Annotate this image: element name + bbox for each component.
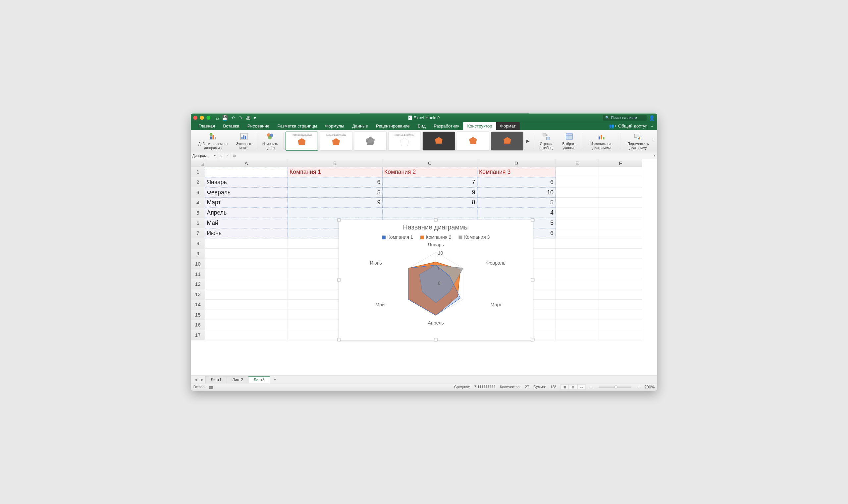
namebox-dropdown-icon[interactable]: ▼ [214,154,216,157]
cell-C4[interactable]: 8 [383,198,477,208]
cell-E6[interactable] [555,218,599,228]
view-normal-button[interactable]: ▦ [561,384,569,390]
cell-D1[interactable]: Компания 3 [477,167,555,177]
col-header-E[interactable]: E [555,159,599,167]
sheet-tab-2[interactable]: Лист2 [227,376,248,383]
home-icon[interactable]: ⌂ [216,115,219,121]
move-chart-button[interactable]: Переместить диаграмму [622,131,654,151]
chart-title[interactable]: Название диаграммы [339,220,533,231]
row-header-1[interactable]: 1 [191,167,205,177]
cell-E7[interactable] [555,228,599,238]
tab-developer[interactable]: Разработчик [430,122,463,130]
sheet-tab-1[interactable]: Лист1 [205,376,227,383]
zoom-out-button[interactable]: − [590,385,592,390]
minimize-button[interactable] [200,116,204,120]
row-header-6[interactable]: 6 [191,218,205,228]
row-header-16[interactable]: 16 [191,320,205,330]
undo-icon[interactable]: ↶ [231,115,235,121]
zoom-slider[interactable] [599,386,631,388]
tab-pagelayout[interactable]: Разметка страницы [273,122,321,130]
redo-icon[interactable]: ↷ [238,115,243,121]
add-sheet-button[interactable]: + [270,377,280,382]
chart-style-7[interactable] [491,131,523,150]
cell-F3[interactable] [599,187,642,198]
cell-A7[interactable]: Июнь [205,228,288,238]
row-header-10[interactable]: 10 [191,259,205,269]
view-pagebreak-button[interactable]: ▭ [577,384,585,390]
cell-D3[interactable]: 10 [477,187,555,198]
row-header-2[interactable]: 2 [191,177,205,187]
sheet-nav-next[interactable]: ▶ [199,377,205,381]
chart-object[interactable]: Название диаграммы Компания 1 Компания 2… [339,220,533,340]
row-header-8[interactable]: 8 [191,238,205,249]
resize-handle[interactable] [337,218,340,221]
zoom-in-button[interactable]: + [638,385,640,390]
chart-style-3[interactable] [354,131,387,150]
collapse-ribbon-icon[interactable]: ⌃ [652,139,655,143]
macro-record-icon[interactable]: ▯▯ [209,385,213,389]
tab-format[interactable]: Формат [496,122,520,130]
col-header-D[interactable]: D [477,159,555,167]
customize-qat-icon[interactable]: ▾ [254,115,256,121]
cell-A2[interactable]: Январь [205,177,288,187]
radar-chart[interactable]: 10 5 0 Январь Февраль Март Апрель Май Ию… [339,240,533,327]
zoom-percent[interactable]: 200% [644,385,655,390]
cell-A6[interactable]: Май [205,218,288,228]
cell-B2[interactable]: 6 [288,177,383,187]
cell-C2[interactable]: 7 [383,177,477,187]
select-data-button[interactable]: Выбрать данные [558,131,581,151]
tab-review[interactable]: Рецензирование [372,122,414,130]
cell-C5[interactable] [383,208,477,218]
cell-F2[interactable] [599,177,642,187]
cell-F1[interactable] [599,167,642,177]
col-header-A[interactable]: A [205,159,288,167]
cell-F7[interactable] [599,228,642,238]
row-header-14[interactable]: 14 [191,300,205,310]
user-icon[interactable]: 👤 [649,115,655,121]
cell-A3[interactable]: Февраль [205,187,288,198]
tab-view[interactable]: Вид [414,122,430,130]
close-button[interactable] [193,116,197,120]
cell-F6[interactable] [599,218,642,228]
change-chart-type-button[interactable]: Изменить тип диаграммы [585,131,618,151]
cell-B4[interactable]: 9 [288,198,383,208]
search-input[interactable] [611,115,644,120]
row-header-5[interactable]: 5 [191,208,205,218]
share-button[interactable]: 👥+ Общий доступ ⌄ [604,122,657,130]
accept-formula-button[interactable]: ✓ [224,152,231,159]
chart-style-6[interactable] [457,131,489,150]
resize-handle[interactable] [531,338,534,341]
tab-home[interactable]: Главная [194,122,219,130]
switch-rowcol-button[interactable]: Строка/столбец [535,131,557,151]
cell-E5[interactable] [555,208,599,218]
cell-B3[interactable]: 5 [288,187,383,198]
cell-E3[interactable] [555,187,599,198]
row-header-17[interactable]: 17 [191,330,205,340]
cell-A4[interactable]: Март [205,198,288,208]
name-box[interactable]: Диаграм... ▼ [191,152,218,159]
resize-handle[interactable] [434,338,438,341]
print-icon[interactable]: 🖶 [246,115,250,121]
cell-D5[interactable]: 4 [477,208,555,218]
save-icon[interactable]: 💾 [222,115,228,121]
row-header-7[interactable]: 7 [191,228,205,238]
search-box[interactable]: 🔍 [603,115,647,121]
sheet-tab-3[interactable]: Лист3 [248,376,270,383]
sheet-nav-prev[interactable]: ◀ [193,377,199,381]
formula-input[interactable] [238,154,652,158]
zoom-thumb[interactable] [615,385,617,389]
expand-formula-icon[interactable]: ▼ [652,154,657,157]
row-header-3[interactable]: 3 [191,187,205,198]
change-colors-button[interactable]: Изменить цвета [259,131,281,151]
tab-data[interactable]: Данные [348,122,372,130]
cell-E2[interactable] [555,177,599,187]
row-header-11[interactable]: 11 [191,269,205,279]
row-header-12[interactable]: 12 [191,279,205,289]
cell-C3[interactable]: 9 [383,187,477,198]
chart-style-2[interactable]: НАЗВАНИЕ ДИАГРАММЫ [320,131,352,150]
row-header-15[interactable]: 15 [191,310,205,320]
chart-style-4[interactable]: НАЗВАНИЕ ДИАГРАММЫ [388,131,421,150]
row-header-9[interactable]: 9 [191,249,205,259]
cell-E1[interactable] [555,167,599,177]
cell-A1[interactable] [205,167,288,177]
